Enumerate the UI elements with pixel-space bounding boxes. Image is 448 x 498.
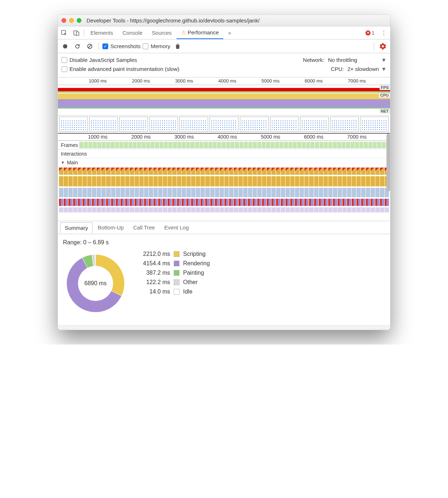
lane-label: NET <box>379 109 390 114</box>
legend-row: 4154.4 msRendering <box>138 260 210 267</box>
screenshot-thumb[interactable] <box>270 117 299 132</box>
tabs-overflow[interactable]: » <box>223 26 236 39</box>
ruler-tick: 4000 ms <box>217 134 237 140</box>
lane-label: FPS <box>380 85 390 90</box>
chevron-down-icon: ▼ <box>381 57 386 63</box>
legend-ms: 387.2 ms <box>138 270 170 276</box>
legend-label: Rendering <box>183 260 210 267</box>
screenshot-thumb[interactable] <box>300 117 329 132</box>
network-select[interactable]: No throttling ▼ <box>328 57 386 63</box>
screenshot-thumb[interactable] <box>179 117 208 132</box>
checkbox-label: Memory <box>151 43 170 49</box>
fps-bar <box>58 88 390 91</box>
scrollbar[interactable] <box>386 134 390 191</box>
ruler-tick: 5000 ms <box>261 134 280 140</box>
close-icon[interactable] <box>62 18 66 23</box>
flame-chart[interactable] <box>58 167 390 221</box>
ruler-tick: 3000 ms <box>174 134 194 140</box>
device-toggle-icon[interactable] <box>70 26 83 39</box>
tab-label: Sources <box>152 30 172 36</box>
screenshot-thumb[interactable] <box>210 117 238 132</box>
legend-label: Scripting <box>183 251 206 257</box>
ruler-tick: 1000 ms <box>88 134 107 140</box>
ruler-tick: 5000 ms <box>262 78 280 84</box>
record-button[interactable] <box>60 41 70 51</box>
checkbox-icon <box>143 43 148 49</box>
legend: 2212.0 msScripting4154.4 msRendering387.… <box>138 251 210 295</box>
tab-bottom-up[interactable]: Bottom-Up <box>93 222 128 233</box>
ruler-tick: 3000 ms <box>175 78 193 84</box>
tab-label: Bottom-Up <box>98 224 124 231</box>
donut-total: 6890 ms <box>63 251 128 316</box>
checkbox-icon: ✓ <box>102 43 108 49</box>
clear-button[interactable] <box>85 41 95 51</box>
overview-pane[interactable]: 1000 ms 2000 ms 3000 ms 4000 ms 5000 ms … <box>58 77 390 134</box>
legend-row: 122.2 msOther <box>138 279 210 286</box>
ruler-tick: 7000 ms <box>348 78 366 84</box>
legend-swatch <box>174 261 179 266</box>
tab-label: Performance <box>188 29 219 35</box>
screenshot-thumb[interactable] <box>59 117 88 132</box>
titlebar: Developer Tools - https://googlechrome.g… <box>58 15 390 26</box>
inspect-icon[interactable] <box>58 26 70 39</box>
gc-button[interactable] <box>173 41 183 51</box>
range-label: Range: 0 – 6.89 s <box>63 239 385 246</box>
tab-sources[interactable]: Sources <box>147 26 177 39</box>
tab-summary[interactable]: Summary <box>60 222 93 233</box>
divider <box>374 42 374 50</box>
legend-row: 387.2 msPainting <box>138 270 210 276</box>
settings-button[interactable] <box>378 41 388 51</box>
menu-icon[interactable]: ⋮ <box>377 30 390 36</box>
tab-label: Event Log <box>164 224 189 231</box>
legend-label: Painting <box>183 270 204 276</box>
window-title: Developer Tools - https://googlechrome.g… <box>86 17 259 24</box>
traffic-lights <box>62 18 81 23</box>
tab-event-log[interactable]: Event Log <box>160 222 193 233</box>
tab-performance[interactable]: ⚠ Performance <box>177 26 224 39</box>
error-counter[interactable]: ✕ 1 <box>363 30 377 36</box>
frames-section[interactable]: Frames <box>58 141 390 149</box>
panel-tabs: Elements Console Sources ⚠ Performance » <box>86 26 363 39</box>
checkbox-label: Enable advanced paint instrumentation (s… <box>69 66 179 72</box>
screenshot-thumb[interactable] <box>240 117 269 132</box>
screenshots-checkbox[interactable]: ✓ Screenshots <box>102 43 140 49</box>
disable-js-checkbox[interactable]: Disable JavaScript Samples <box>62 57 137 63</box>
error-count: 1 <box>372 30 375 36</box>
cpu-select[interactable]: 2× slowdown ▼ <box>347 66 386 72</box>
time-donut: 6890 ms <box>63 251 128 316</box>
legend-swatch <box>174 279 179 285</box>
screenshot-thumb[interactable] <box>360 117 389 132</box>
legend-row: 14.0 msIdle <box>138 288 210 295</box>
checkbox-icon <box>62 57 67 63</box>
legend-swatch <box>174 270 179 276</box>
interactions-section[interactable]: Interactions <box>58 149 390 158</box>
minimize-icon[interactable] <box>69 18 74 23</box>
section-label: Main <box>67 160 78 165</box>
tab-elements[interactable]: Elements <box>86 26 118 39</box>
legend-label: Idle <box>183 288 193 295</box>
memory-checkbox[interactable]: Memory <box>143 43 170 49</box>
perf-toolbar: ✓ Screenshots Memory <box>58 39 390 53</box>
warning-icon: ⚠ <box>181 29 186 36</box>
ruler-tick: 4000 ms <box>218 78 236 84</box>
screenshot-thumb[interactable] <box>149 117 178 132</box>
zoom-icon[interactable] <box>77 18 81 23</box>
ruler-tick: 6000 ms <box>304 134 324 140</box>
screenshot-thumb[interactable] <box>119 117 148 132</box>
screenshot-thumb[interactable] <box>89 117 118 132</box>
ruler-tick: 2000 ms <box>132 78 150 84</box>
screenshot-thumb[interactable] <box>330 117 359 132</box>
divider <box>84 29 84 37</box>
cpu-label: CPU: <box>331 66 344 72</box>
legend-ms: 14.0 ms <box>138 288 170 295</box>
tab-call-tree[interactable]: Call Tree <box>129 222 159 233</box>
reload-button[interactable] <box>72 41 83 51</box>
main-section[interactable]: ▼ Main <box>58 158 390 167</box>
capture-settings: Disable JavaScript Samples Network: No t… <box>58 53 390 77</box>
select-value: 2× slowdown <box>347 66 379 72</box>
advanced-paint-checkbox[interactable]: Enable advanced paint instrumentation (s… <box>62 66 179 72</box>
statusbar <box>58 325 390 330</box>
checkbox-label: Disable JavaScript Samples <box>69 57 137 63</box>
cpu-chart <box>58 93 390 109</box>
tab-console[interactable]: Console <box>118 26 147 39</box>
